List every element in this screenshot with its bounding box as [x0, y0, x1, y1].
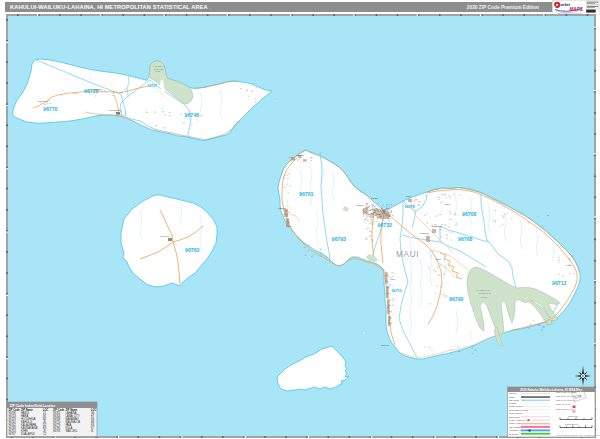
svg-text:ZIP Code Index/Grid Locator: ZIP Code Index/Grid Locator: [10, 404, 56, 408]
svg-text:96761: 96761: [299, 191, 314, 197]
svg-text:Hana: Hana: [566, 264, 572, 266]
svg-text:Miles 0 2 4: Miles 0 2 4: [568, 415, 579, 417]
svg-text:96770: 96770: [43, 106, 58, 112]
svg-text:County: County: [509, 392, 517, 395]
svg-text:Map 10.00 mi:16.09: Map 10.00 mi:16.09: [556, 399, 576, 401]
svg-text:KUALAPUU: KUALAPUU: [21, 432, 35, 436]
svg-text:Copyright 2020 MarketMAPS. All: Copyright 2020 MarketMAPS. All Rights Re…: [556, 434, 600, 436]
svg-text:MAUI: MAUI: [396, 250, 419, 259]
svg-text:Maunaloa: Maunaloa: [38, 100, 48, 102]
svg-text:Kualapuu: Kualapuu: [93, 88, 103, 90]
svg-text:96757: 96757: [9, 432, 17, 436]
svg-text:96763: 96763: [185, 247, 200, 253]
svg-text:PARK: PARK: [156, 70, 162, 72]
svg-text:96748: 96748: [185, 112, 200, 118]
svg-text:St Route: St Route: [509, 433, 519, 436]
svg-text:96708: 96708: [462, 211, 477, 217]
svg-text:Makawao: Makawao: [432, 225, 442, 227]
svg-text:Makena: Makena: [381, 344, 390, 346]
svg-text:WAILUKU: WAILUKU: [66, 429, 78, 433]
svg-text:96779: 96779: [405, 205, 415, 209]
svg-text:Map 1.00: 1.61: Map 1.00: 1.61: [556, 403, 571, 405]
svg-text:96732: 96732: [378, 222, 393, 228]
svg-text:96757: 96757: [148, 84, 158, 88]
svg-text:PARK: PARK: [481, 296, 488, 299]
svg-text:Haiku: Haiku: [444, 203, 450, 205]
svg-text:96793: 96793: [332, 236, 347, 242]
svg-text:Map 0.50 mi: 0.80: Map 0.50 mi: 0.80: [556, 408, 574, 410]
svg-text:96793: 96793: [53, 429, 61, 433]
svg-text:Kihei: Kihei: [390, 278, 395, 280]
svg-text:Kula: Kula: [436, 258, 441, 260]
svg-text:Lanai City: Lanai City: [160, 235, 171, 237]
svg-text:Lahaina: Lahaina: [278, 207, 287, 209]
svg-text:96768: 96768: [458, 236, 473, 242]
svg-text:96790: 96790: [449, 296, 464, 302]
svg-text:Wailuku: Wailuku: [356, 204, 364, 206]
svg-text:Kaunakakai: Kaunakakai: [109, 109, 121, 111]
svg-text:C2: C2: [43, 432, 47, 436]
svg-text:96713: 96713: [552, 280, 567, 286]
svg-text:Kapalua: Kapalua: [296, 154, 305, 156]
svg-text:Paia: Paia: [406, 195, 411, 197]
svg-text:96753: 96753: [392, 289, 402, 293]
svg-text:Kilometers 0 4: Kilometers 0 4: [565, 423, 580, 425]
svg-text:Pukalani: Pukalani: [420, 232, 429, 234]
svg-text:Kahului: Kahului: [371, 197, 379, 199]
